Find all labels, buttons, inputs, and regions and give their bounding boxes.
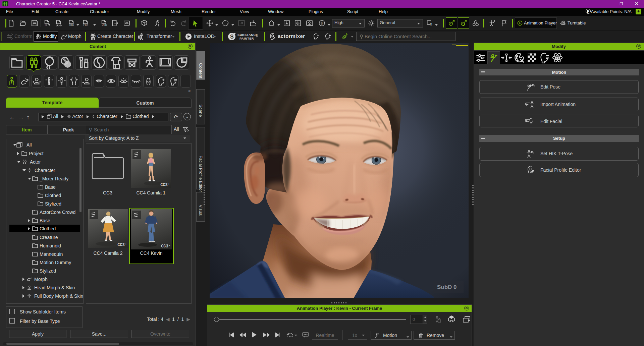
svg-text:S: S xyxy=(321,22,323,25)
svg-text:IC: IC xyxy=(45,23,48,26)
svg-text:0: 0 xyxy=(430,22,432,26)
svg-text:OBJ: OBJ xyxy=(69,23,74,26)
svg-text:S: S xyxy=(230,34,234,40)
svg-text:FBX: FBX xyxy=(84,23,88,26)
svg-text:USD: USD xyxy=(102,23,107,26)
